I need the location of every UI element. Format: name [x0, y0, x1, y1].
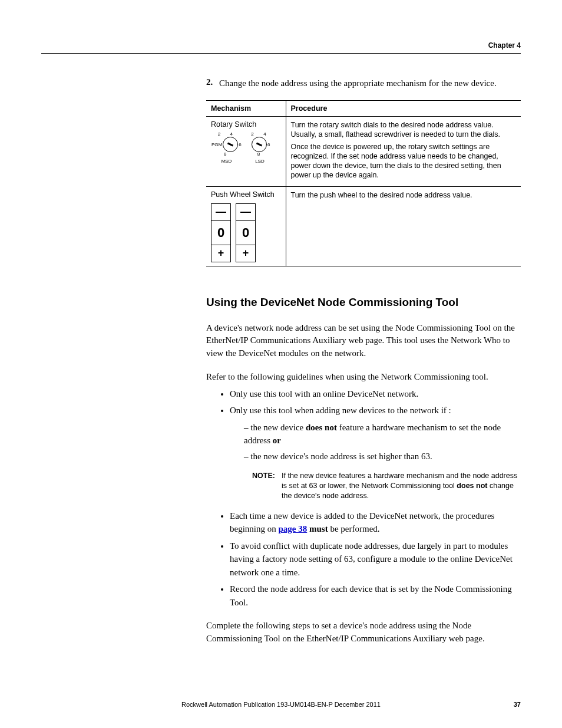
- cell-pushwheel-mechanism: Push Wheel Switch — 0 + — 0 +: [206, 186, 286, 266]
- paragraph-1: A device's network node address can be s…: [206, 322, 521, 360]
- section-title: Using the DeviceNet Node Commissioning T…: [206, 296, 521, 309]
- th-procedure: Procedure: [286, 101, 521, 117]
- page-number: 37: [514, 701, 521, 708]
- list-item: the new device's node address is set hig…: [244, 450, 521, 463]
- pushwheel-minus-icon: —: [236, 204, 255, 221]
- rotary-proc-2: Once the device is powered up, the rotar…: [291, 142, 517, 180]
- th-mechanism: Mechanism: [206, 101, 286, 117]
- step-number: 2.: [206, 77, 219, 90]
- pushwheel-digit: 0: [211, 221, 230, 245]
- publication-info: Rockwell Automation Publication 193-UM01…: [181, 701, 381, 708]
- pushwheel-switch-label: Push Wheel Switch: [211, 190, 281, 199]
- list-item: Only use this tool when adding new devic…: [230, 404, 521, 501]
- cell-rotary-procedure: Turn the rotary switch dials to the desi…: [286, 117, 521, 187]
- pushwheel-plus-icon: +: [236, 245, 255, 262]
- page-footer: Rockwell Automation Publication 193-UM01…: [41, 701, 521, 708]
- pushwheel-proc: Turn the push wheel to the desired node …: [291, 190, 517, 200]
- paragraph-2: Refer to the following guidelines when u…: [206, 371, 521, 384]
- mechanism-table: Mechanism Procedure Rotary Switch 2 4 PG…: [206, 100, 521, 266]
- cell-rotary-mechanism: Rotary Switch 2 4 PGM 6 8 MSD: [206, 117, 286, 187]
- step-text: Change the node address using the approp…: [219, 77, 497, 90]
- step-2: 2. Change the node address using the app…: [206, 77, 521, 90]
- paragraph-3: Complete the following steps to set a de…: [206, 620, 521, 645]
- cell-pushwheel-procedure: Turn the push wheel to the desired node …: [286, 186, 521, 266]
- list-item: Each time a new device is added to the D…: [230, 509, 521, 536]
- note-label: NOTE:: [252, 471, 282, 501]
- rotary-dial-icon: [252, 137, 267, 152]
- page-38-link[interactable]: page 38: [279, 524, 308, 533]
- rotary-proc-1: Turn the rotary switch dials to the desi…: [291, 120, 517, 140]
- header-rule: [41, 53, 521, 54]
- list-item: To avoid conflict with duplicate node ad…: [230, 539, 521, 579]
- pushwheel-digit: 0: [236, 221, 255, 245]
- chapter-header: Chapter 4: [41, 41, 521, 50]
- pushwheel-graphic: — 0 + — 0 +: [211, 203, 281, 262]
- pushwheel-minus-icon: —: [211, 204, 230, 221]
- note-text: If the new device features a hardware me…: [282, 471, 521, 501]
- list-item: Record the node address for each device …: [230, 582, 521, 609]
- list-item: Only use this tool with an online Device…: [230, 387, 521, 401]
- rotary-switch-label: Rotary Switch: [211, 120, 281, 129]
- pushwheel-plus-icon: +: [211, 245, 230, 262]
- guideline-list: Only use this tool with an online Device…: [206, 387, 521, 610]
- rotary-dial-icon: [223, 137, 238, 152]
- rotary-dials-graphic: 2 4 PGM 6 8 MSD 2 4: [211, 132, 281, 164]
- list-item: the new device does not feature a hardwa…: [244, 421, 521, 447]
- note-block: NOTE: If the new device features a hardw…: [252, 471, 521, 501]
